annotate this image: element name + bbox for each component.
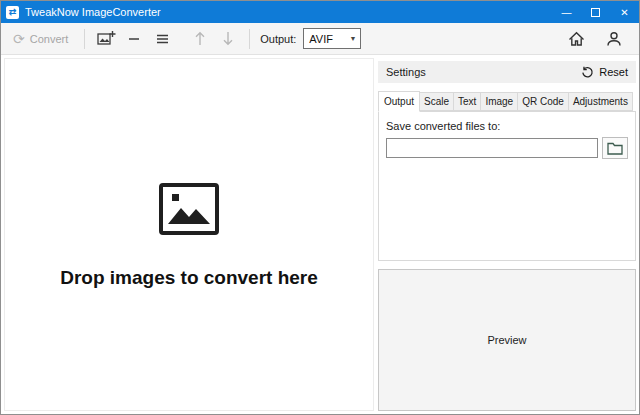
move-down-button[interactable]: [215, 27, 241, 51]
reset-button[interactable]: Reset: [581, 66, 628, 79]
home-icon: [568, 31, 585, 47]
arrow-up-icon: [193, 30, 207, 47]
save-path-row: [386, 137, 628, 159]
tab-qr-code[interactable]: QR Code: [518, 92, 569, 111]
add-images-button[interactable]: [93, 27, 119, 51]
convert-icon: ⟳: [13, 32, 25, 46]
move-up-button[interactable]: [187, 27, 213, 51]
toolbar-separator: [84, 29, 85, 49]
tab-image[interactable]: Image: [481, 92, 518, 111]
output-format-label: Output:: [260, 33, 296, 45]
clear-list-button[interactable]: [149, 27, 175, 51]
toolbar-right-group: [563, 27, 631, 51]
remove-image-button[interactable]: [121, 27, 147, 51]
settings-title: Settings: [386, 66, 426, 78]
browse-folder-button[interactable]: [602, 137, 628, 159]
chevron-down-icon: ▼: [345, 35, 360, 42]
tab-adjustments[interactable]: Adjustments: [569, 92, 633, 111]
titlebar: ⇄ TweakNow ImageConverter — ✕: [1, 1, 639, 23]
save-path-label: Save converted files to:: [386, 120, 628, 132]
tab-text[interactable]: Text: [454, 92, 481, 111]
window-title: TweakNow ImageConverter: [25, 6, 161, 18]
add-image-icon: [97, 30, 116, 47]
tab-output[interactable]: Output: [378, 91, 420, 112]
remove-icon: [127, 31, 141, 47]
maximize-icon: [591, 8, 600, 17]
app-logo-icon: ⇄: [6, 6, 19, 19]
convert-button[interactable]: ⟳ Convert: [9, 29, 76, 49]
app-window: ⇄ TweakNow ImageConverter — ✕ ⟳ Convert: [0, 0, 640, 415]
main-area: Drop images to convert here Settings Res…: [1, 55, 639, 414]
preview-pane: Preview: [378, 269, 636, 411]
output-format-value: AVIF: [309, 33, 333, 45]
save-path-input[interactable]: [386, 138, 598, 158]
toolbar: ⟳ Convert: [1, 23, 639, 55]
preview-label: Preview: [487, 334, 526, 346]
maximize-button[interactable]: [581, 1, 610, 23]
reset-icon: [581, 66, 594, 79]
folder-icon: [607, 141, 623, 155]
toolbar-separator: [249, 29, 250, 49]
home-button[interactable]: [563, 27, 589, 51]
reset-button-label: Reset: [599, 66, 628, 78]
close-button[interactable]: ✕: [610, 1, 639, 23]
account-button[interactable]: [601, 27, 627, 51]
account-icon: [606, 31, 622, 47]
tab-scale[interactable]: Scale: [420, 92, 454, 111]
settings-header: Settings Reset: [378, 61, 636, 83]
clear-list-icon: [155, 31, 170, 47]
output-tab-panel: Save converted files to:: [378, 111, 636, 261]
arrow-down-icon: [221, 30, 235, 47]
window-controls: — ✕: [552, 1, 639, 23]
convert-button-label: Convert: [30, 33, 69, 45]
minimize-button[interactable]: —: [552, 1, 581, 23]
output-format-dropdown[interactable]: AVIF ▼: [303, 28, 361, 49]
settings-tabs: Output Scale Text Image QR Code Adjustme…: [378, 91, 636, 111]
drop-zone-message: Drop images to convert here: [60, 267, 318, 289]
image-placeholder-icon: [157, 181, 221, 237]
settings-panel: Settings Reset Output Scale Text Image Q…: [378, 58, 636, 411]
drop-zone[interactable]: Drop images to convert here: [4, 58, 374, 411]
